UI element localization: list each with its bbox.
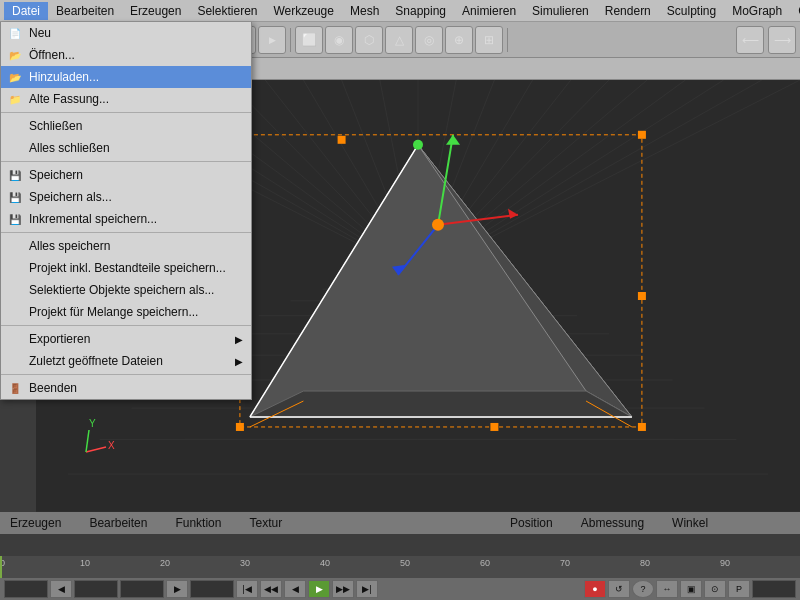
play-prev-btn[interactable]: ◀◀ xyxy=(260,580,282,598)
play-next-btn[interactable]: ▶▶ xyxy=(332,580,354,598)
record-btn[interactable]: ● xyxy=(584,580,606,598)
menu-item-animieren[interactable]: Animieren xyxy=(454,2,524,20)
play-fwd-btn[interactable]: ▶ xyxy=(308,580,330,598)
render-settings-btn[interactable]: P xyxy=(728,580,750,598)
dd-item-1[interactable]: 📂Öffnen... xyxy=(1,44,251,66)
cylinder-btn[interactable]: ⬡ xyxy=(355,26,383,54)
dd-item-9[interactable]: Alles speichern xyxy=(1,235,251,257)
cone-btn[interactable]: △ xyxy=(385,26,413,54)
menu-item-werkzeuge[interactable]: Werkzeuge xyxy=(265,2,341,20)
toolbar-sep-3 xyxy=(290,28,291,52)
menu-item-sculpting[interactable]: Sculpting xyxy=(659,2,724,20)
transport-field-4[interactable] xyxy=(190,580,234,598)
dropdown-menu: 📄Neu📂Öffnen...📂Hinzuladen...📁Alte Fassun… xyxy=(0,22,252,400)
frame-btn-4[interactable]: ▶ xyxy=(258,26,286,54)
dd-icon-1: 📂 xyxy=(7,47,23,63)
transport-field-3[interactable] xyxy=(120,580,164,598)
dd-label-14: Zuletzt geöffnete Dateien xyxy=(29,354,163,368)
menubar: DateiBearbeitenErzeugenSelektierenWerkze… xyxy=(0,0,800,22)
timeline-tick-8: 80 xyxy=(640,556,650,568)
dd-item-10[interactable]: Projekt inkl. Bestandteile speichern... xyxy=(1,257,251,279)
render-btn[interactable]: ⊙ xyxy=(704,580,726,598)
dd-item-7[interactable]: 💾Speichern als... xyxy=(1,186,251,208)
dd-label-7: Speichern als... xyxy=(29,190,112,204)
menu-item-selektieren[interactable]: Selektieren xyxy=(189,2,265,20)
dd-label-8: Inkremental speichern... xyxy=(29,212,157,226)
bottom-panel-item-erzeugen[interactable]: Erzeugen xyxy=(6,515,65,531)
extra-btn[interactable]: ⊞ xyxy=(475,26,503,54)
menu-item-snapping[interactable]: Snapping xyxy=(387,2,454,20)
dd-item-3[interactable]: 📁Alte Fassung... xyxy=(1,88,251,110)
dd-label-5: Alles schließen xyxy=(29,141,110,155)
dd-item-4[interactable]: Schließen xyxy=(1,115,251,137)
dd-icon-15: 🚪 xyxy=(7,380,23,396)
dd-label-10: Projekt inkl. Bestandteile speichern... xyxy=(29,261,226,275)
play-end-btn[interactable]: ▶| xyxy=(356,580,378,598)
play-back-btn[interactable]: ◀ xyxy=(284,580,306,598)
menu-item-charak[interactable]: Charak xyxy=(790,2,800,20)
dd-label-12: Projekt für Melange speichern... xyxy=(29,305,198,319)
dd-label-4: Schließen xyxy=(29,119,82,133)
menu-item-mograph[interactable]: MoGraph xyxy=(724,2,790,20)
dd-separator-8 xyxy=(1,232,251,233)
timeline[interactable]: 0102030405060708090100 xyxy=(0,556,800,578)
torus-btn[interactable]: ◎ xyxy=(415,26,443,54)
dd-item-8[interactable]: 💾Inkremental speichern... xyxy=(1,208,251,230)
timeline-bar[interactable]: 0102030405060708090100 xyxy=(0,556,800,578)
dd-label-6: Speichern xyxy=(29,168,83,182)
toolbar-right: ⟵ ⟶ xyxy=(736,26,796,54)
right-btn-2[interactable]: ⟶ xyxy=(768,26,796,54)
dd-item-6[interactable]: 💾Speichern xyxy=(1,164,251,186)
transport-arrow-right[interactable]: ▶ xyxy=(166,580,188,598)
play-start-btn[interactable]: |◀ xyxy=(236,580,258,598)
snap-btn[interactable]: ↔ xyxy=(656,580,678,598)
menu-item-rendern[interactable]: Rendern xyxy=(597,2,659,20)
transport-field-1[interactable] xyxy=(4,580,48,598)
dd-label-0: Neu xyxy=(29,26,51,40)
dd-arrow-14: ▶ xyxy=(235,356,243,367)
dd-separator-14 xyxy=(1,374,251,375)
dd-item-13[interactable]: Exportieren▶ xyxy=(1,328,251,350)
dd-item-12[interactable]: Projekt für Melange speichern... xyxy=(1,301,251,323)
bottom-panel-item-funktion[interactable]: Funktion xyxy=(171,515,225,531)
timeline-tick-2: 20 xyxy=(160,556,170,568)
dd-item-14[interactable]: Zuletzt geöffnete Dateien▶ xyxy=(1,350,251,372)
timeline-position-marker[interactable] xyxy=(0,556,2,578)
sphere-btn[interactable]: ◉ xyxy=(325,26,353,54)
dd-icon-7: 💾 xyxy=(7,189,23,205)
menu-item-mesh[interactable]: Mesh xyxy=(342,2,387,20)
dd-item-5[interactable]: Alles schließen xyxy=(1,137,251,159)
loop-btn[interactable]: ↺ xyxy=(608,580,630,598)
dd-item-0[interactable]: 📄Neu xyxy=(1,22,251,44)
bottom-panel-item-bearbeiten[interactable]: Bearbeiten xyxy=(85,515,151,531)
capsule-btn[interactable]: ⊕ xyxy=(445,26,473,54)
transport-right-field[interactable] xyxy=(752,580,796,598)
right-panel-item-position[interactable]: Position xyxy=(506,515,557,531)
bottom-panel-item-textur[interactable]: Textur xyxy=(245,515,286,531)
menu-item-simulieren[interactable]: Simulieren xyxy=(524,2,597,20)
dd-icon-3: 📁 xyxy=(7,91,23,107)
right-btn-1[interactable]: ⟵ xyxy=(736,26,764,54)
dd-separator-12 xyxy=(1,325,251,326)
dd-label-3: Alte Fassung... xyxy=(29,92,109,106)
dd-icon-8: 💾 xyxy=(7,211,23,227)
right-panel-item-winkel[interactable]: Winkel xyxy=(668,515,712,531)
help-btn[interactable]: ? xyxy=(632,580,654,598)
timeline-tick-1: 10 xyxy=(80,556,90,568)
dd-item-15[interactable]: 🚪Beenden xyxy=(1,377,251,399)
transport-field-2[interactable] xyxy=(74,580,118,598)
bottom-panel-right: PositionAbmessungWinkel xyxy=(500,512,800,534)
menu-item-bearbeiten[interactable]: Bearbeiten xyxy=(48,2,122,20)
timeline-tick-3: 30 xyxy=(240,556,250,568)
right-panel-item-abmessung[interactable]: Abmessung xyxy=(577,515,648,531)
dd-item-11[interactable]: Selektierte Objekte speichern als... xyxy=(1,279,251,301)
transport-arrow-left[interactable]: ◀ xyxy=(50,580,72,598)
dd-item-2[interactable]: 📂Hinzuladen... xyxy=(1,66,251,88)
cube-btn[interactable]: ⬜ xyxy=(295,26,323,54)
menu-item-erzeugen[interactable]: Erzeugen xyxy=(122,2,189,20)
transport-bar: ◀ ▶ |◀ ◀◀ ◀ ▶ ▶▶ ▶| ● ↺ ? ↔ ▣ ⊙ P xyxy=(0,578,800,600)
dd-label-1: Öffnen... xyxy=(29,48,75,62)
menu-item-datei[interactable]: Datei xyxy=(4,2,48,20)
timeline-tick-7: 70 xyxy=(560,556,570,568)
render-region-btn[interactable]: ▣ xyxy=(680,580,702,598)
